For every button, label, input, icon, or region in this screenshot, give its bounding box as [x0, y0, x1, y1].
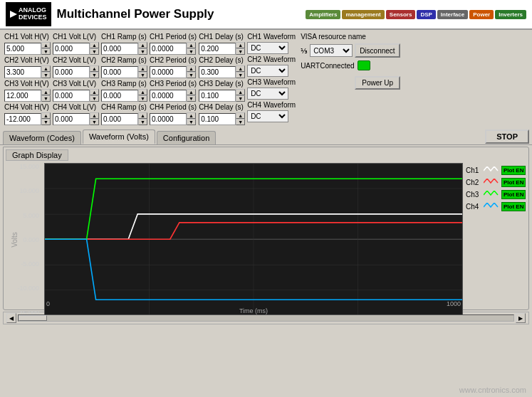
ch1-volt-h-input[interactable] — [4, 43, 41, 55]
ch3-volt-h-up[interactable]: ▲ — [41, 89, 51, 95]
ch2-volt-h-input[interactable] — [4, 66, 41, 78]
scroll-thumb[interactable] — [19, 315, 47, 321]
ch3-ramp-down[interactable]: ▼ — [138, 95, 147, 102]
ch3-volt-h-down[interactable]: ▼ — [41, 95, 51, 102]
chart-area: Time (ms) 0 1000 — [44, 163, 463, 317]
com-select[interactable]: COM3COM1COM2COM4 — [310, 44, 353, 57]
ch4-volt-h-up[interactable]: ▲ — [41, 112, 51, 119]
ch4-ramp-up[interactable]: ▲ — [138, 112, 147, 119]
ch2-period-input[interactable] — [150, 66, 187, 78]
ch2-volt-l-down[interactable]: ▼ — [90, 72, 99, 78]
ch3-ramp-up[interactable]: ▲ — [138, 89, 147, 95]
ch2-period-down[interactable]: ▼ — [187, 72, 196, 78]
nav-sensors[interactable]: Sensors — [386, 10, 416, 19]
disconnect-button[interactable]: Disconnect — [355, 43, 400, 58]
ch4-period-down[interactable]: ▼ — [187, 119, 196, 125]
ch1-delay-input[interactable] — [199, 43, 236, 55]
ch3-plot-en-button[interactable]: Plot EN — [501, 190, 526, 199]
ch1-period-up[interactable]: ▲ — [187, 42, 196, 48]
ch4-delay-label: CH4 Delay (s) — [199, 103, 245, 111]
volt-h-column: CH1 Volt H(V) ▲ ▼ CH2 Volt H(V) ▲ ▼ CH3 … — [4, 33, 51, 125]
ch3-ramp-input[interactable] — [101, 90, 138, 102]
tab-configuration[interactable]: Configuration — [157, 131, 216, 144]
ch3-period-down[interactable]: ▼ — [187, 95, 196, 102]
nav-amplifiers[interactable]: Amplifiers — [306, 10, 340, 19]
scroll-track — [18, 314, 514, 322]
ch1-volt-l-input[interactable] — [53, 43, 90, 55]
legend-ch2-label: Ch2 — [466, 179, 481, 186]
ch2-delay-up[interactable]: ▲ — [236, 65, 245, 72]
ch1-volt-h-down[interactable]: ▼ — [41, 48, 51, 55]
legend-ch4-label: Ch4 — [466, 203, 481, 211]
ch2-volt-l-input[interactable] — [53, 66, 90, 78]
ch1-period-down[interactable]: ▼ — [187, 48, 196, 55]
stop-button[interactable]: STOP — [485, 129, 529, 144]
ch4-delay-input[interactable] — [199, 113, 236, 125]
ch2-delay-down[interactable]: ▼ — [236, 72, 245, 78]
scroll-right-button[interactable]: ▶ — [516, 313, 526, 323]
ch3-period-input[interactable] — [150, 90, 187, 102]
ch4-volt-h-input[interactable] — [4, 113, 41, 125]
nav-interface[interactable]: Interface — [437, 10, 468, 19]
nav-inverters[interactable]: Inverters — [495, 10, 526, 19]
ch4-delay-down[interactable]: ▼ — [236, 119, 245, 125]
ch2-ramp-input[interactable] — [101, 66, 138, 78]
ch4-period-input[interactable] — [150, 113, 187, 125]
ch4-volt-h-down[interactable]: ▼ — [41, 119, 51, 125]
ch4-volt-l-down[interactable]: ▼ — [90, 119, 99, 125]
ch3-volt-l-input[interactable] — [53, 90, 90, 102]
tab-waveform-volts[interactable]: Waveform (Volts) — [83, 129, 155, 144]
ch4-period-up[interactable]: ▲ — [187, 112, 196, 119]
ch4-ramp-input[interactable] — [101, 113, 138, 125]
ch2-ramp-up[interactable]: ▲ — [138, 65, 147, 72]
ch3-volt-l-down[interactable]: ▼ — [90, 95, 99, 102]
ch2-period-up[interactable]: ▲ — [187, 65, 196, 72]
ch1-period-label: CH1 Period (s) — [150, 33, 197, 41]
ch2-delay-input[interactable] — [199, 66, 236, 78]
ch1-delay-down[interactable]: ▼ — [236, 48, 245, 55]
ch4-volt-l-input[interactable] — [53, 113, 90, 125]
ch1-waveform-select[interactable]: DC — [247, 42, 288, 54]
ch4-volt-l-up[interactable]: ▲ — [90, 112, 99, 119]
ch3-volt-h-input[interactable] — [4, 90, 41, 102]
power-up-button[interactable]: Power Up — [355, 76, 400, 90]
ch4-plot-en-button[interactable]: Plot EN — [501, 202, 526, 211]
ch1-volt-l-label: CH1 Volt L(V) — [53, 33, 99, 41]
ch3-volt-l-up[interactable]: ▲ — [90, 89, 99, 95]
ch3-waveform-select[interactable]: DC — [247, 88, 288, 100]
ch2-plot-en-button[interactable]: Plot EN — [501, 178, 526, 187]
waveform-column: CH1 Waveform DC CH2 Waveform DC CH3 Wave… — [247, 33, 296, 122]
ch2-volt-h-up[interactable]: ▲ — [41, 65, 51, 72]
ch3-delay-down[interactable]: ▼ — [236, 95, 245, 102]
ch1-plot-en-button[interactable]: Plot EN — [501, 166, 526, 175]
ch4-ramp-down[interactable]: ▼ — [138, 119, 147, 125]
ch3-delay-input[interactable] — [199, 90, 236, 102]
ch2-volt-h-down[interactable]: ▼ — [41, 72, 51, 78]
ch1-volt-l-down[interactable]: ▼ — [90, 48, 99, 55]
ch1-volt-l-up[interactable]: ▲ — [90, 42, 99, 48]
app-title: Multichannel Power Supply — [57, 7, 301, 21]
ch3-delay-up[interactable]: ▲ — [236, 89, 245, 95]
controls-area: CH1 Volt H(V) ▲ ▼ CH2 Volt H(V) ▲ ▼ CH3 … — [0, 30, 532, 127]
legend-ch1-label: Ch1 — [466, 166, 481, 174]
ch4-delay-up[interactable]: ▲ — [236, 112, 245, 119]
ch3-period-up[interactable]: ▲ — [187, 89, 196, 95]
ch1-volt-h-spinbtns: ▲ ▼ — [41, 42, 51, 55]
watermark: www.cntronics.com — [459, 386, 526, 394]
x-axis-label: Time (ms) — [239, 307, 268, 314]
ch1-ramp-input[interactable] — [101, 43, 138, 55]
ch2-ramp-down[interactable]: ▼ — [138, 72, 147, 78]
ch1-ramp-down[interactable]: ▼ — [138, 48, 147, 55]
ch2-volt-l-up[interactable]: ▲ — [90, 65, 99, 72]
ch2-waveform-select[interactable]: DC — [247, 65, 288, 77]
nav-power[interactable]: Power — [469, 10, 494, 19]
ch1-volt-h-up[interactable]: ▲ — [41, 42, 51, 48]
nav-dsp[interactable]: DSP — [417, 10, 435, 19]
ch1-ramp-up[interactable]: ▲ — [138, 42, 147, 48]
tab-waveform-codes[interactable]: Waveform (Codes) — [3, 131, 81, 144]
ch1-period-input[interactable] — [150, 43, 187, 55]
ch4-waveform-select[interactable]: DC — [247, 110, 288, 122]
legend-ch2: Ch2 Plot EN — [466, 178, 526, 187]
ch1-delay-up[interactable]: ▲ — [236, 42, 245, 48]
nav-management[interactable]: management — [342, 10, 384, 19]
